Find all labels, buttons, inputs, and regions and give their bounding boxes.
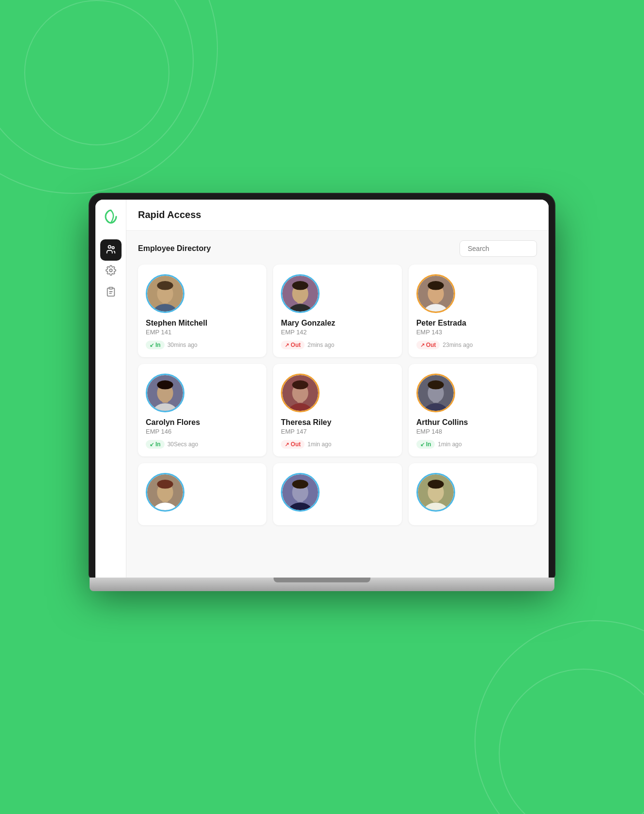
status-time: 30Secs ago	[168, 441, 198, 448]
avatar	[147, 276, 183, 312]
avatar-wrapper	[146, 473, 184, 512]
employee-id: EMP 147	[281, 428, 394, 435]
svg-point-21	[428, 281, 444, 290]
svg-point-41	[157, 480, 173, 489]
laptop-frame: Rapid Access Employee Directory	[90, 194, 554, 591]
laptop-base	[90, 578, 554, 591]
status-label: In	[155, 441, 161, 448]
svg-point-2	[112, 247, 114, 249]
employee-name: Theresa Riley	[281, 418, 394, 427]
svg-point-51	[428, 480, 444, 489]
status-badge: ↗ Out	[281, 440, 305, 449]
search-wrapper	[460, 240, 537, 257]
content-area: Employee Directory	[126, 231, 549, 578]
status-badge: ↗ Out	[416, 341, 440, 349]
svg-point-1	[108, 246, 111, 249]
svg-point-31	[292, 380, 308, 390]
avatar	[282, 474, 318, 510]
app-logo	[102, 207, 120, 226]
employee-card[interactable]	[409, 463, 537, 525]
status-arrow: ↙	[150, 441, 154, 448]
status-badge: ↙ In	[146, 440, 165, 449]
svg-point-11	[157, 281, 173, 290]
svg-point-3	[109, 269, 112, 272]
search-input[interactable]	[460, 240, 537, 257]
svg-point-26	[157, 380, 173, 390]
status-label: In	[426, 441, 431, 448]
sidebar-item-settings[interactable]	[100, 261, 122, 282]
people-icon	[106, 244, 116, 256]
employee-id: EMP 141	[146, 329, 259, 336]
avatar	[418, 375, 454, 411]
employee-id: EMP 146	[146, 428, 259, 435]
employee-name: Stephen Mitchell	[146, 319, 259, 328]
sidebar-item-people[interactable]	[100, 239, 122, 261]
status-row: ↗ Out 23mins ago	[416, 341, 529, 349]
status-arrow: ↗	[285, 342, 289, 348]
status-row: ↙ In 30mins ago	[146, 341, 259, 349]
status-badge: ↗ Out	[281, 341, 305, 349]
directory-title: Employee Directory	[138, 244, 211, 253]
employee-id: EMP 143	[416, 329, 529, 336]
status-row: ↗ Out 1min ago	[281, 440, 394, 449]
status-label: Out	[291, 441, 301, 448]
avatar-wrapper	[146, 374, 184, 412]
svg-point-16	[292, 281, 308, 290]
gear-icon	[106, 265, 116, 278]
avatar-wrapper	[146, 274, 184, 313]
employee-card[interactable]	[138, 463, 266, 525]
status-row: ↙ In 1min ago	[416, 440, 529, 449]
status-arrow: ↙	[150, 342, 154, 348]
page-title: Rapid Access	[138, 209, 201, 220]
employee-card[interactable]: Peter Estrada EMP 143 ↗ Out 23mins ago	[409, 265, 537, 357]
employee-card[interactable]	[273, 463, 401, 525]
screen-content: Rapid Access Employee Directory	[95, 200, 549, 578]
status-row: ↗ Out 2mins ago	[281, 341, 394, 349]
avatar	[147, 375, 183, 411]
status-label: Out	[291, 342, 301, 348]
avatar-wrapper	[416, 473, 455, 512]
status-time: 1min ago	[438, 441, 461, 448]
status-label: In	[155, 342, 161, 348]
employee-card[interactable]: Carolyn Flores EMP 146 ↙ In 30Secs ago	[138, 364, 266, 456]
avatar-wrapper	[416, 274, 455, 313]
employee-id: EMP 142	[281, 329, 394, 336]
avatar	[147, 474, 183, 510]
screen-frame: Rapid Access Employee Directory	[90, 194, 554, 578]
status-arrow: ↙	[420, 441, 425, 448]
avatar-wrapper	[416, 374, 455, 412]
employee-card[interactable]: Mary Gonzalez EMP 142 ↗ Out 2mins ago	[273, 265, 401, 357]
directory-header: Employee Directory	[138, 240, 537, 257]
avatar	[418, 276, 454, 312]
employee-card[interactable]: Arthur Collins EMP 148 ↙ In 1min ago	[409, 364, 537, 456]
avatar-wrapper	[281, 274, 320, 313]
status-time: 30mins ago	[168, 342, 198, 348]
sidebar-navigation	[100, 239, 122, 303]
status-row: ↙ In 30Secs ago	[146, 440, 259, 449]
avatar	[282, 375, 318, 411]
status-badge: ↙ In	[146, 341, 165, 349]
top-bar: Rapid Access	[126, 200, 549, 231]
sidebar	[95, 200, 126, 578]
status-time: 1min ago	[307, 441, 331, 448]
employee-name: Mary Gonzalez	[281, 319, 394, 328]
status-time: 23mins ago	[443, 342, 473, 348]
sidebar-item-reports[interactable]	[100, 282, 122, 303]
app-container: Rapid Access Employee Directory	[95, 200, 549, 578]
employee-name: Arthur Collins	[416, 418, 529, 427]
status-arrow: ↗	[420, 342, 425, 348]
employee-id: EMP 148	[416, 428, 529, 435]
employee-name: Carolyn Flores	[146, 418, 259, 427]
status-label: Out	[426, 342, 436, 348]
logo-area	[102, 207, 120, 228]
employee-card[interactable]: Theresa Riley EMP 147 ↗ Out 1min ago	[273, 364, 401, 456]
avatar	[418, 474, 454, 510]
svg-point-36	[428, 380, 444, 390]
status-badge: ↙ In	[416, 440, 435, 449]
employee-card[interactable]: Stephen Mitchell EMP 141 ↙ In 30mins ago	[138, 265, 266, 357]
clipboard-icon	[106, 286, 116, 299]
status-arrow: ↗	[285, 441, 289, 448]
employee-grid: Stephen Mitchell EMP 141 ↙ In 30mins ago…	[138, 265, 537, 525]
svg-point-46	[292, 480, 308, 489]
avatar-wrapper	[281, 374, 320, 412]
